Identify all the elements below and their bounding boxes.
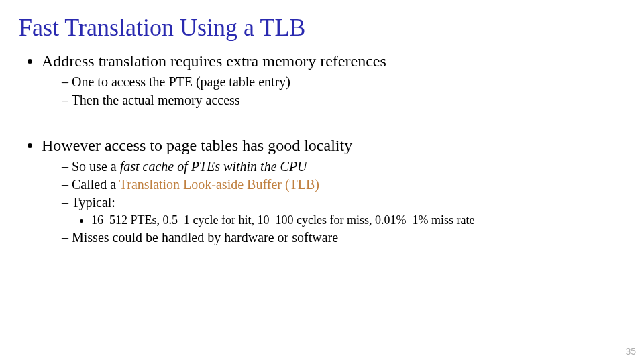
spacer <box>19 110 625 135</box>
sub-bullet-italic: fast cache of PTEs within the CPU <box>120 159 307 174</box>
sub-bullet-item: Misses could be handled by hardware or s… <box>62 229 625 246</box>
sub-sub-bullet-list: 16–512 PTEs, 0.5–1 cycle for hit, 10–100… <box>62 213 625 228</box>
slide-body: Address translation requires extra memor… <box>19 51 625 246</box>
slide-title: Fast Translation Using a TLB <box>19 13 625 42</box>
sub-bullet-item: One to access the PTE (page table entry) <box>62 74 625 90</box>
sub-bullet-text: So use a <box>72 159 120 174</box>
bullet-item: Address translation requires extra memor… <box>42 51 625 109</box>
sub-bullet-text: Typical: <box>72 195 115 210</box>
bullet-item: However access to page tables has good l… <box>42 135 625 246</box>
bullet-list: However access to page tables has good l… <box>19 135 625 246</box>
sub-bullet-text: Then the actual memory access <box>72 93 240 107</box>
sub-sub-bullet-text: 16–512 PTEs, 0.5–1 cycle for hit, 10–100… <box>91 213 474 227</box>
bullet-text: Address translation requires extra memor… <box>42 52 386 70</box>
bullet-text: However access to page tables has good l… <box>42 137 352 154</box>
sub-bullet-text: One to access the PTE (page table entry) <box>72 74 290 89</box>
sub-bullet-text: Misses could be handled by hardware or s… <box>72 230 338 245</box>
bullet-list: Address translation requires extra memor… <box>19 51 625 109</box>
sub-bullet-item: Typical: 16–512 PTEs, 0.5–1 cycle for hi… <box>62 194 625 228</box>
page-number: 35 <box>625 346 636 357</box>
sub-bullet-list: So use a fast cache of PTEs within the C… <box>42 158 625 246</box>
sub-bullet-item: Called a Translation Look-aside Buffer (… <box>62 176 625 193</box>
sub-bullet-item: So use a fast cache of PTEs within the C… <box>62 158 625 175</box>
sub-bullet-item: Then the actual memory access <box>62 92 625 109</box>
slide: Fast Translation Using a TLB Address tra… <box>0 0 644 362</box>
sub-bullet-accent: Translation Look-aside Buffer (TLB) <box>119 177 319 192</box>
sub-bullet-list: One to access the PTE (page table entry)… <box>42 74 625 109</box>
sub-sub-bullet-item: 16–512 PTEs, 0.5–1 cycle for hit, 10–100… <box>91 213 625 228</box>
sub-bullet-text: Called a <box>72 177 119 192</box>
